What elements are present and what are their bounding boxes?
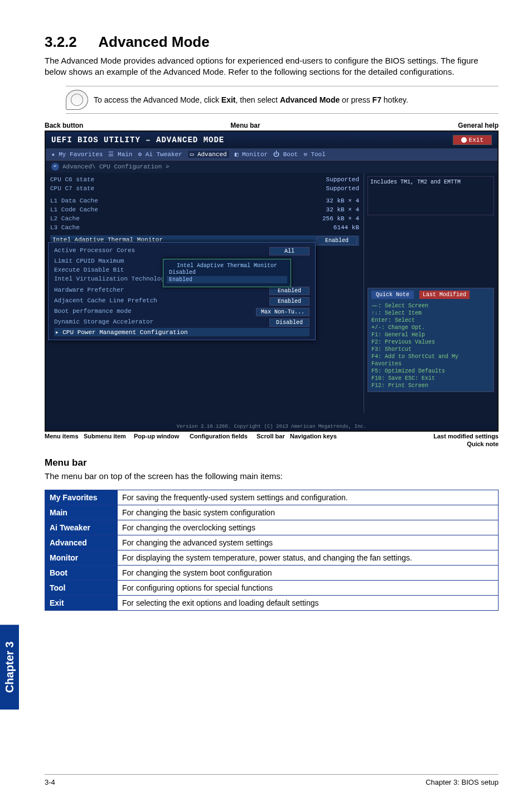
table-row: My FavoritesFor saving the frequently-us… xyxy=(45,490,499,505)
back-icon[interactable]: ↶ xyxy=(51,163,59,171)
table-row: ToolFor configuring options for special … xyxy=(45,580,499,595)
pencil-icon xyxy=(66,90,88,110)
chapter-tab: Chapter 3 xyxy=(0,625,19,709)
field-thermal[interactable]: Enabled xyxy=(317,236,357,245)
page-number: 3-4 xyxy=(45,778,55,786)
bios-breadcrumb: ↶ Advanced\ CPU Configuration > xyxy=(46,161,497,173)
table-row: ExitFor selecting the exit options and l… xyxy=(45,595,499,610)
quick-note-button[interactable]: Quick Note xyxy=(371,291,414,299)
menubar-heading: Menu bar xyxy=(45,457,499,468)
top-callouts: Back button Menu bar General help xyxy=(45,122,499,129)
quick-note-label: Quick note xyxy=(45,441,499,447)
bios-left-pane: CPU C6 stateSupported CPU C7 stateSuppor… xyxy=(46,173,364,413)
footer-title: Chapter 3: BIOS setup xyxy=(425,778,499,786)
bottom-callouts: Menu items Submenu item Pop-up window Co… xyxy=(45,433,499,439)
table-row: MonitorFor displaying the system tempera… xyxy=(45,550,499,565)
bios-menu-bar: ★ My Favorites ☰ Main ⚙ Ai Tweaker ▭ Adv… xyxy=(46,148,497,161)
popup-opt-enabled[interactable]: Enabled xyxy=(167,276,287,283)
power-icon xyxy=(461,137,467,143)
menu-description-table: My FavoritesFor saving the frequently-us… xyxy=(45,490,499,611)
table-row: AdvancedFor changing the advanced system… xyxy=(45,535,499,550)
bios-footer: Version 2.10.1208. Copyright (C) 2013 Am… xyxy=(46,423,497,431)
table-row: BootFor changing the system boot configu… xyxy=(45,565,499,580)
popup-opt-disabled[interactable]: Disabled xyxy=(167,269,287,276)
popup-window: Intel Adaptive Thermal Monitor Disabled … xyxy=(163,259,291,287)
table-row: MainFor changing the basic system config… xyxy=(45,505,499,520)
right-buttons: Quick Note Last Modified →←: Select Scre… xyxy=(367,288,494,392)
bios-screenshot: UEFI BIOS UTILITY – ADVANCED MODE Exit ★… xyxy=(45,131,499,432)
section-title: Advanced Mode xyxy=(98,33,209,50)
bios-title: UEFI BIOS UTILITY – ADVANCED MODE xyxy=(51,136,224,144)
popup-title: Intel Adaptive Thermal Monitor xyxy=(167,263,287,269)
tip-box: To access the Advanced Mode, click Exit,… xyxy=(66,86,499,114)
section-heading: 3.2.2 Advanced Mode xyxy=(45,33,499,51)
tab-monitor[interactable]: ◧ Monitor xyxy=(235,151,268,158)
last-modified-button[interactable]: Last Modified xyxy=(419,291,470,299)
page-footer: 3-4 Chapter 3: BIOS setup xyxy=(45,774,499,786)
table-row: Ai TweakerFor changing the overclocking … xyxy=(45,520,499,535)
tab-tweaker[interactable]: ⚙ Ai Tweaker xyxy=(138,151,182,158)
nav-keys: →←: Select Screen ↑↓: Select Item Enter:… xyxy=(371,302,490,389)
menubar-intro: The menu bar on top of the screen has th… xyxy=(45,471,499,482)
intro-text: The Advanced Mode provides advanced opti… xyxy=(45,55,499,78)
submenu-overlay: Active Processor CoresAll Limit CPUID Ma… xyxy=(48,242,316,340)
help-text: Includes TM1, TM2 and EMTTM xyxy=(367,176,494,215)
exit-button[interactable]: Exit xyxy=(453,135,492,145)
section-number: 3.2.2 xyxy=(45,33,95,51)
tip-text: To access the Advanced Mode, click Exit,… xyxy=(94,95,408,104)
label-general: General help xyxy=(335,122,499,129)
label-menubar: Menu bar xyxy=(156,122,335,129)
label-back: Back button xyxy=(45,122,156,129)
tab-boot[interactable]: ⏻ Boot xyxy=(273,151,298,158)
tab-advanced[interactable]: ▭ Advanced xyxy=(188,151,229,158)
tab-favorites[interactable]: ★ My Favorites xyxy=(51,151,103,158)
bios-right-pane: Includes TM1, TM2 and EMTTM Quick Note L… xyxy=(364,173,497,413)
tab-tool[interactable]: ⚒ Tool xyxy=(303,151,326,158)
tab-main[interactable]: ☰ Main xyxy=(108,151,132,158)
